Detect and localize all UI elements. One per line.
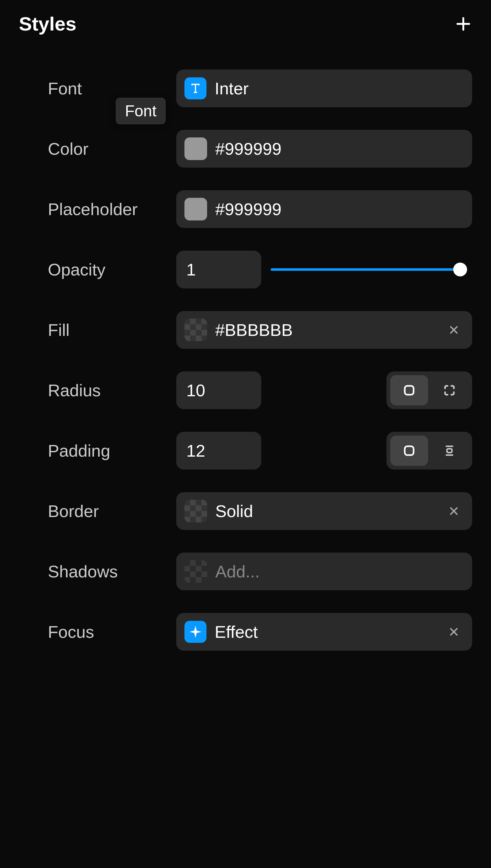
color-swatch xyxy=(184,137,207,160)
styles-panel: Styles Font Font Inter Color xyxy=(0,0,491,868)
font-row: Font Font Inter xyxy=(19,69,472,107)
placeholder-swatch xyxy=(184,198,207,220)
opacity-label: Opacity xyxy=(19,260,176,279)
padding-label: Padding xyxy=(19,441,176,460)
border-clear-button[interactable] xyxy=(445,502,463,520)
padding-row: Padding 12 xyxy=(19,432,472,469)
plus-icon xyxy=(455,15,472,33)
svg-rect-4 xyxy=(405,386,413,395)
slider-track xyxy=(271,268,466,271)
padding-uniform-button[interactable] xyxy=(390,436,428,466)
slider-thumb[interactable] xyxy=(453,262,467,276)
radius-input[interactable]: 10 xyxy=(176,371,261,409)
panel-title: Styles xyxy=(19,12,77,35)
shadows-add-button[interactable]: Add... xyxy=(176,553,472,590)
radius-mode-toggle xyxy=(386,371,472,409)
opacity-row: Opacity 1 xyxy=(19,251,472,288)
focus-label: Focus xyxy=(19,622,176,642)
placeholder-label: Placeholder xyxy=(19,199,176,219)
individual-corners-icon xyxy=(442,383,457,398)
uniform-padding-icon xyxy=(402,443,417,458)
shadows-placeholder: Add... xyxy=(215,562,464,581)
panel-header: Styles xyxy=(19,12,472,35)
color-label: Color xyxy=(19,139,176,158)
radius-label: Radius xyxy=(19,380,176,400)
close-icon xyxy=(447,505,460,517)
radius-uniform-button[interactable] xyxy=(390,375,428,405)
border-swatch xyxy=(184,500,207,522)
color-picker[interactable]: #999999 xyxy=(176,130,472,167)
fill-swatch xyxy=(184,318,207,341)
fill-clear-button[interactable] xyxy=(445,321,463,339)
add-style-button[interactable] xyxy=(455,15,472,33)
svg-rect-8 xyxy=(447,449,452,453)
shadows-swatch xyxy=(184,560,207,583)
svg-rect-5 xyxy=(405,446,413,455)
color-row: Color #999999 xyxy=(19,130,472,167)
close-icon xyxy=(447,625,460,638)
opacity-input[interactable]: 1 xyxy=(176,251,261,288)
font-tooltip: Font xyxy=(116,98,166,124)
shadows-row: Shadows Add... xyxy=(19,553,472,590)
font-picker[interactable]: Inter xyxy=(176,69,472,107)
sparkle-icon xyxy=(184,621,206,643)
focus-row: Focus Effect xyxy=(19,613,472,651)
fill-label: Fill xyxy=(19,320,176,340)
radius-individual-button[interactable] xyxy=(431,375,468,405)
opacity-slider[interactable] xyxy=(267,251,472,288)
close-icon xyxy=(447,323,460,336)
padding-mode-toggle xyxy=(386,432,472,469)
text-icon xyxy=(184,78,206,99)
border-label: Border xyxy=(19,501,176,521)
radius-row: Radius 10 xyxy=(19,371,472,409)
font-label: Font xyxy=(19,79,176,98)
placeholder-row: Placeholder #999999 xyxy=(19,190,472,228)
focus-picker[interactable]: Effect xyxy=(176,613,472,651)
border-row: Border Solid xyxy=(19,492,472,530)
border-value: Solid xyxy=(215,501,437,521)
placeholder-value: #999999 xyxy=(215,199,464,219)
placeholder-color-picker[interactable]: #999999 xyxy=(176,190,472,228)
fill-row: Fill #BBBBBB xyxy=(19,311,472,349)
padding-input[interactable]: 12 xyxy=(176,432,261,469)
fill-picker[interactable]: #BBBBBB xyxy=(176,311,472,349)
focus-clear-button[interactable] xyxy=(445,623,463,641)
focus-value: Effect xyxy=(215,622,437,642)
font-value: Inter xyxy=(215,79,464,98)
fill-value: #BBBBBB xyxy=(215,320,437,340)
shadows-label: Shadows xyxy=(19,562,176,581)
individual-padding-icon xyxy=(442,443,457,458)
border-picker[interactable]: Solid xyxy=(176,492,472,530)
padding-individual-button[interactable] xyxy=(431,436,468,466)
uniform-corners-icon xyxy=(402,383,417,398)
color-value: #999999 xyxy=(215,139,464,158)
